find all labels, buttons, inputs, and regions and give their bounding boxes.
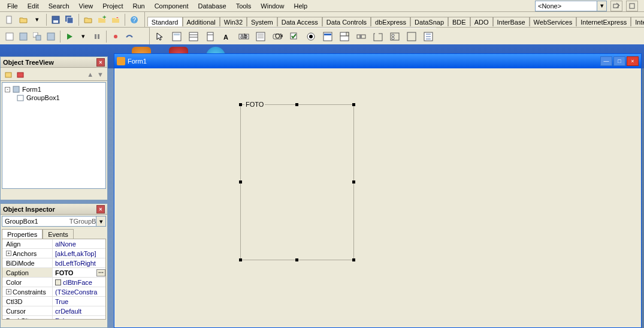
ellipsis-button[interactable]: ⋯ — [96, 269, 105, 276]
toolbar-extra-btn-1[interactable] — [610, 1, 622, 11]
prop-row-align[interactable]: AlignalNone — [2, 239, 105, 249]
listbox-icon[interactable] — [320, 29, 335, 44]
memo-icon[interactable] — [253, 29, 268, 44]
inspector-object-combo[interactable]: GroupBox1 TGroupBox ▾ — [2, 216, 106, 227]
resize-handle[interactable] — [239, 103, 242, 106]
menu-run[interactable]: Run — [128, 1, 149, 11]
new-form-icon[interactable] — [45, 31, 57, 43]
prop-row-constraints[interactable]: +Constraints(TSizeConstra — [2, 287, 105, 297]
close-icon[interactable]: × — [96, 205, 105, 213]
resize-handle[interactable] — [295, 258, 298, 261]
tab-internet[interactable]: Internet — [631, 17, 644, 26]
radiogroup-icon[interactable] — [387, 29, 403, 44]
tab-data-controls[interactable]: Data Controls — [322, 17, 371, 26]
pause-icon[interactable] — [91, 31, 103, 43]
collapse-icon[interactable]: - — [5, 87, 10, 92]
expand-icon[interactable]: + — [6, 251, 11, 256]
resize-handle[interactable] — [295, 103, 298, 106]
add-to-project-icon[interactable]: + — [96, 14, 108, 26]
resize-handle[interactable] — [239, 180, 242, 183]
scrollbar-icon[interactable] — [353, 29, 369, 44]
view-unit-icon[interactable] — [4, 31, 16, 43]
config-combo[interactable]: <None> ▾ — [535, 1, 607, 11]
groupbox-icon[interactable] — [370, 29, 386, 44]
prop-row-caption[interactable]: CaptionFOTO⋯ — [2, 268, 105, 278]
toggle-form-unit-icon[interactable] — [31, 31, 43, 43]
edit-icon[interactable]: ab — [236, 29, 252, 44]
close-button[interactable]: × — [627, 56, 639, 66]
treeview-body[interactable]: - Form1 GroupBox1 — [2, 82, 106, 189]
treeview-tool-1[interactable] — [4, 70, 13, 79]
menu-tools[interactable]: Tools — [231, 1, 256, 11]
prop-row-color[interactable]: ColorclBtnFace — [2, 278, 105, 287]
prop-row-docksite[interactable]: DockSiteFalse — [2, 316, 105, 320]
run-dropdown-icon[interactable]: ▾ — [77, 31, 89, 43]
open-dropdown-icon[interactable]: ▾ — [31, 14, 43, 26]
radiobutton-icon[interactable] — [303, 29, 319, 44]
prop-row-ctl3d[interactable]: Ctl3DTrue — [2, 297, 105, 306]
trace-into-icon[interactable] — [110, 31, 122, 43]
tree-node-groupbox1[interactable]: GroupBox1 — [5, 94, 103, 102]
tab-internetexpress[interactable]: InternetExpress — [576, 17, 631, 26]
tab-datasnap[interactable]: DataSnap — [410, 17, 448, 26]
pointer-icon[interactable] — [152, 29, 168, 44]
open-icon[interactable] — [17, 14, 29, 26]
save-icon[interactable] — [50, 14, 62, 26]
inspector-grid[interactable]: AlignalNone +Anchors[akLeft,akTop] BiDiM… — [2, 239, 106, 320]
tab-dbexpress[interactable]: dbExpress — [371, 17, 410, 26]
run-icon[interactable] — [64, 31, 75, 43]
checkbox-icon[interactable] — [286, 29, 302, 44]
groupbox-component[interactable]: FOTO — [240, 104, 354, 260]
button-icon[interactable]: OK — [270, 29, 285, 44]
resize-handle[interactable] — [352, 180, 355, 183]
combobox-icon[interactable] — [337, 29, 352, 44]
tree-node-form1[interactable]: - Form1 — [5, 85, 103, 94]
tab-win32[interactable]: Win32 — [220, 17, 247, 26]
prop-row-cursor[interactable]: CursorcrDefault — [2, 306, 105, 316]
tab-interbase[interactable]: InterBase — [493, 17, 530, 26]
save-all-icon[interactable] — [64, 14, 75, 26]
form-titlebar[interactable]: Form1 — □ × — [114, 54, 641, 68]
close-icon[interactable]: × — [96, 58, 105, 67]
menu-view[interactable]: View — [74, 1, 98, 11]
prop-row-bidimode[interactable]: BiDiModebdLeftToRight — [2, 258, 105, 268]
remove-from-project-icon[interactable]: - — [110, 14, 122, 26]
new-file-icon[interactable] — [4, 14, 16, 26]
view-form-icon[interactable] — [17, 31, 29, 43]
arrow-down-icon[interactable]: ▼ — [97, 71, 104, 78]
toolbar-extra-btn-2[interactable] — [626, 1, 638, 11]
tab-properties[interactable]: Properties — [2, 229, 43, 239]
tab-webservices[interactable]: WebServices — [530, 17, 577, 26]
tab-data-access[interactable]: Data Access — [277, 17, 322, 26]
form-canvas[interactable]: FOTO — [114, 68, 641, 327]
mainmenu-icon[interactable] — [186, 29, 201, 44]
tab-additional[interactable]: Additional — [183, 17, 220, 26]
frames-icon[interactable] — [169, 29, 185, 44]
actionlist-icon[interactable] — [421, 29, 436, 44]
menu-file[interactable]: File — [2, 1, 23, 11]
step-over-icon[interactable] — [123, 31, 135, 43]
minimize-button[interactable]: — — [600, 56, 612, 66]
label-icon[interactable]: A — [219, 29, 235, 44]
resize-handle[interactable] — [352, 258, 355, 261]
tab-events[interactable]: Events — [43, 229, 74, 239]
menu-edit[interactable]: Edit — [23, 1, 44, 11]
panel-icon[interactable] — [404, 29, 419, 44]
arrow-up-icon[interactable]: ▲ — [87, 71, 93, 78]
help-icon[interactable]: ? — [128, 14, 140, 26]
resize-handle[interactable] — [352, 103, 355, 106]
prop-row-anchors[interactable]: +Anchors[akLeft,akTop] — [2, 249, 105, 258]
tab-standard[interactable]: Standard — [147, 17, 183, 26]
tab-bde[interactable]: BDE — [448, 17, 470, 26]
open-project-icon[interactable] — [82, 14, 94, 26]
resize-handle[interactable] — [239, 258, 242, 261]
menu-project[interactable]: Project — [98, 1, 128, 11]
menu-help[interactable]: Help — [289, 1, 312, 11]
tab-ado[interactable]: ADO — [470, 17, 493, 26]
tab-system[interactable]: System — [247, 17, 277, 26]
treeview-tool-2[interactable] — [16, 70, 25, 79]
expand-icon[interactable]: + — [6, 289, 11, 294]
menu-component[interactable]: Component — [150, 1, 193, 11]
menu-window[interactable]: Window — [256, 1, 289, 11]
maximize-button[interactable]: □ — [613, 56, 625, 66]
